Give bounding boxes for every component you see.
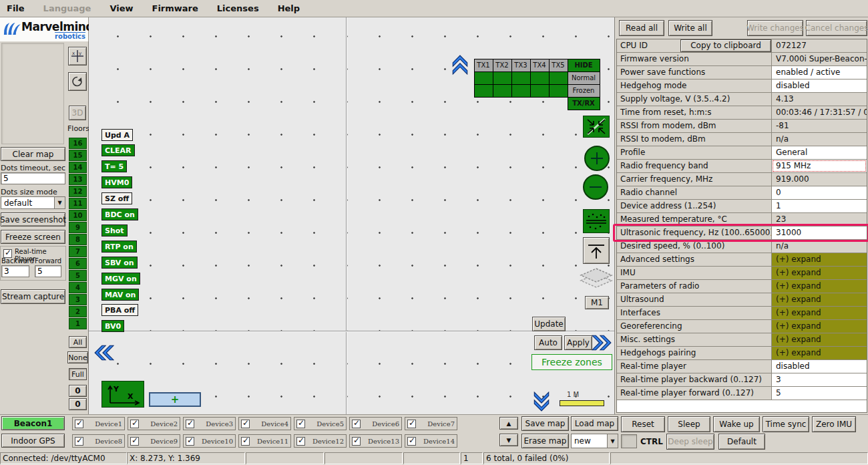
device2-checkbox[interactable]: [130, 420, 139, 428]
expand-cell[interactable]: (+) expand: [772, 307, 867, 319]
map-button-bdc-on[interactable]: BDC on: [101, 208, 138, 220]
tx-frozen-button[interactable]: Frozen: [568, 84, 600, 98]
device-checkbox-cell[interactable]: Device6: [349, 417, 402, 430]
default-button[interactable]: Default: [718, 434, 765, 450]
tx-cell[interactable]: [511, 71, 531, 85]
map-button-t5[interactable]: T= 5: [101, 160, 127, 172]
floor-spin-upper[interactable]: 0: [69, 385, 87, 397]
floor-button-10[interactable]: 10: [69, 210, 87, 221]
zero-imu-button[interactable]: Zero IMU: [812, 416, 856, 432]
expand-cell[interactable]: (+) expand: [772, 267, 867, 279]
tx-cell[interactable]: [530, 71, 550, 85]
tx-txrx-button[interactable]: TX/RX: [568, 97, 600, 110]
floor-button-5[interactable]: 5: [69, 270, 87, 281]
expand-cell[interactable]: (+) expand: [772, 320, 867, 333]
device8-checkbox[interactable]: [75, 437, 83, 446]
wake-up-button[interactable]: Wake up: [713, 416, 760, 432]
clear-map-button[interactable]: Clear map: [1, 147, 65, 161]
param-value[interactable]: General: [772, 146, 867, 159]
zoom-in-button[interactable]: [584, 146, 610, 171]
xy-axes-button[interactable]: xy: [68, 47, 87, 65]
floor-button-14[interactable]: 14: [69, 162, 87, 173]
auto-button[interactable]: Auto: [534, 335, 562, 350]
map-button-pba-off[interactable]: PBA off: [101, 304, 138, 316]
map-button-upd-a[interactable]: Upd A: [101, 129, 133, 141]
map-select[interactable]: new ▼: [571, 434, 618, 448]
write-all-button[interactable]: Write all: [668, 20, 712, 36]
floor-button-3[interactable]: 3: [69, 294, 87, 305]
expand-cell[interactable]: (+) expand: [772, 293, 867, 306]
device-row-up-button[interactable]: ▲: [499, 417, 518, 430]
floor-button-9[interactable]: 9: [69, 222, 87, 233]
device12-checkbox[interactable]: [296, 437, 305, 446]
floor-button-6[interactable]: 6: [69, 258, 87, 269]
map-button-shot[interactable]: Shot: [101, 224, 128, 237]
map-button-bv0[interactable]: BV0: [101, 320, 124, 332]
tx2-header[interactable]: TX2: [493, 59, 512, 72]
expand-cell[interactable]: (+) expand: [772, 253, 867, 266]
erase-map-button[interactable]: Erase map: [521, 434, 569, 448]
scroll-left-icon[interactable]: [94, 344, 114, 361]
read-all-button[interactable]: Read all: [619, 20, 664, 36]
tx4-header[interactable]: TX4: [530, 59, 550, 72]
map-button-rtp-on[interactable]: RTP on: [101, 241, 137, 253]
ctrl-checkbox[interactable]: [621, 434, 637, 448]
device-checkbox-cell[interactable]: Device12: [294, 434, 347, 448]
floors-all-button[interactable]: All: [69, 336, 87, 348]
update-button[interactable]: Update: [532, 317, 566, 331]
device1-checkbox[interactable]: [75, 420, 83, 428]
param-value[interactable]: disabled: [772, 360, 867, 373]
tx-normal-button[interactable]: Normal: [568, 71, 600, 85]
tx-cell[interactable]: [530, 84, 550, 98]
tx-cell[interactable]: [549, 71, 568, 85]
load-map-button[interactable]: Load map: [571, 416, 618, 431]
device6-checkbox[interactable]: [352, 420, 361, 428]
param-value[interactable]: 3: [772, 373, 867, 386]
device-checkbox-cell[interactable]: Device9: [128, 434, 180, 448]
fit-view-button[interactable]: [583, 116, 610, 138]
scroll-up-icon[interactable]: [451, 55, 469, 75]
add-submap-button[interactable]: +: [149, 392, 201, 407]
device9-checkbox[interactable]: [130, 437, 139, 446]
freeze-screen-button[interactable]: Freeze screen: [1, 230, 65, 244]
tx-cell[interactable]: [511, 84, 531, 98]
param-value[interactable]: enabled / active: [772, 66, 867, 79]
device7-checkbox[interactable]: [407, 420, 416, 428]
menu-licenses[interactable]: Licenses: [217, 3, 259, 13]
device-checkbox-cell[interactable]: Device13: [349, 434, 402, 448]
device-checkbox-cell[interactable]: Device10: [183, 434, 236, 448]
device-checkbox-cell[interactable]: Device8: [72, 434, 125, 448]
save-screenshot-button[interactable]: Save screenshot: [1, 212, 65, 226]
map-button-mgv-on[interactable]: MGV on: [101, 273, 140, 285]
copy-to-clipboard-button[interactable]: Copy to clipboard: [680, 39, 771, 52]
device-checkbox-cell[interactable]: Device14: [405, 434, 457, 448]
floor-button-12[interactable]: 12: [69, 186, 87, 197]
floor-spin-lower[interactable]: 0: [69, 398, 87, 410]
indoor-gps-tab[interactable]: Indoor GPS: [1, 434, 65, 448]
scroll-down-icon[interactable]: [533, 392, 550, 412]
param-value[interactable]: 1: [772, 200, 867, 212]
expand-cell[interactable]: (+) expand: [772, 347, 867, 359]
expand-cell[interactable]: (+) expand: [772, 280, 867, 293]
floors-full-button[interactable]: Full: [69, 368, 87, 380]
device-checkbox-cell[interactable]: Device1: [72, 417, 125, 430]
menu-view[interactable]: View: [110, 3, 133, 13]
device-checkbox-cell[interactable]: Device4: [238, 417, 291, 430]
param-value[interactable]: 0: [772, 186, 867, 199]
stream-capture-button[interactable]: Stream capture: [1, 289, 65, 304]
floor-button-15[interactable]: 15: [69, 150, 87, 161]
floor-button-13[interactable]: 13: [69, 174, 87, 185]
freeze-zones-button[interactable]: Freeze zones: [531, 354, 612, 370]
dots-timeout-input[interactable]: [1, 172, 65, 184]
floors-none-button[interactable]: None: [67, 351, 88, 363]
tx-hide-button[interactable]: HIDE: [568, 59, 600, 72]
floor-button-7[interactable]: 7: [69, 246, 87, 257]
param-value[interactable]: disabled: [772, 80, 867, 92]
apply-button[interactable]: Apply: [564, 335, 592, 350]
map-button-mav-on[interactable]: MAV on: [101, 289, 139, 301]
device-row-down-button[interactable]: ▼: [499, 434, 518, 446]
device-checkbox-cell[interactable]: Device2: [128, 417, 180, 430]
tx1-header[interactable]: TX1: [474, 59, 493, 72]
menu-firmware[interactable]: Firmware: [152, 3, 198, 13]
map-button-sbv-on[interactable]: SBV on: [101, 257, 138, 269]
